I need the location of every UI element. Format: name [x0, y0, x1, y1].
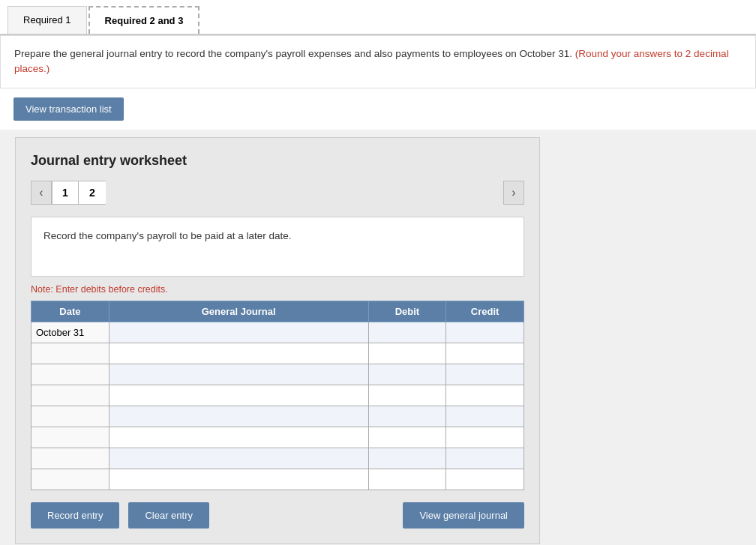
journal-table: Date General Journal Debit Credit Octobe…	[31, 301, 524, 490]
credit-input-4[interactable]	[446, 385, 524, 406]
top-action-area: View transaction list	[0, 88, 756, 130]
debit-input-6[interactable]	[369, 427, 446, 448]
credit-cell-1[interactable]	[446, 322, 524, 343]
debit-input-5[interactable]	[369, 406, 446, 427]
date-cell-2	[32, 343, 110, 364]
worksheet-title: Journal entry worksheet	[31, 153, 524, 169]
description-box: Record the company's payroll to be paid …	[31, 217, 524, 277]
credit-input-2[interactable]	[446, 343, 524, 364]
debit-cell-6[interactable]	[368, 427, 446, 448]
table-row	[32, 448, 524, 469]
record-entry-button[interactable]: Record entry	[31, 502, 119, 529]
col-header-journal: General Journal	[109, 301, 368, 322]
prev-page-arrow[interactable]: ‹	[31, 181, 52, 205]
journal-cell-2[interactable]	[109, 343, 368, 364]
description-text: Record the company's payroll to be paid …	[44, 230, 292, 241]
credit-cell-8[interactable]	[446, 469, 524, 490]
debit-input-8[interactable]	[369, 469, 446, 490]
credit-cell-5[interactable]	[446, 406, 524, 427]
col-header-date: Date	[32, 301, 110, 322]
credit-cell-4[interactable]	[446, 385, 524, 406]
debit-cell-2[interactable]	[368, 343, 446, 364]
journal-cell-7[interactable]	[109, 448, 368, 469]
view-transaction-button[interactable]: View transaction list	[14, 97, 124, 121]
table-row	[32, 385, 524, 406]
debit-cell-1[interactable]	[368, 322, 446, 343]
page-2[interactable]: 2	[79, 181, 106, 205]
journal-cell-1[interactable]	[109, 322, 368, 343]
journal-input-5[interactable]	[110, 406, 368, 427]
debit-cell-4[interactable]	[368, 385, 446, 406]
debit-input-7[interactable]	[369, 448, 446, 469]
table-row: October 31	[32, 322, 524, 343]
credit-cell-7[interactable]	[446, 448, 524, 469]
page-1[interactable]: 1	[52, 181, 79, 205]
col-header-credit: Credit	[446, 301, 524, 322]
journal-input-6[interactable]	[110, 427, 368, 448]
journal-input-8[interactable]	[110, 469, 368, 490]
journal-input-3[interactable]	[110, 364, 368, 385]
table-row	[32, 343, 524, 364]
tab-required-2-3[interactable]: Required 2 and 3	[88, 6, 200, 34]
debit-cell-5[interactable]	[368, 406, 446, 427]
credit-input-5[interactable]	[446, 406, 524, 427]
date-cell-1: October 31	[32, 322, 110, 343]
table-row	[32, 364, 524, 385]
note-text: Note: Enter debits before credits.	[31, 284, 524, 295]
col-header-debit: Debit	[368, 301, 446, 322]
credit-input-3[interactable]	[446, 364, 524, 385]
journal-input-4[interactable]	[110, 385, 368, 406]
credit-input-1[interactable]	[446, 322, 524, 343]
view-general-journal-button[interactable]: View general journal	[403, 502, 524, 529]
tabs-container: Required 1 Required 2 and 3	[0, 0, 756, 35]
journal-cell-6[interactable]	[109, 427, 368, 448]
debit-cell-3[interactable]	[368, 364, 446, 385]
debit-input-2[interactable]	[369, 343, 446, 364]
instruction-bar: Prepare the general journal entry to rec…	[0, 35, 756, 88]
date-cell-5	[32, 406, 110, 427]
credit-cell-6[interactable]	[446, 427, 524, 448]
table-row	[32, 427, 524, 448]
table-row	[32, 406, 524, 427]
date-cell-6	[32, 427, 110, 448]
tab-required-1[interactable]: Required 1	[8, 6, 87, 34]
next-page-arrow[interactable]: ›	[503, 181, 524, 205]
debit-cell-7[interactable]	[368, 448, 446, 469]
debit-input-1[interactable]	[369, 322, 446, 343]
journal-cell-4[interactable]	[109, 385, 368, 406]
debit-input-4[interactable]	[369, 385, 446, 406]
worksheet-container: Journal entry worksheet ‹ 1 2 › Record t…	[15, 137, 540, 544]
date-cell-4	[32, 385, 110, 406]
journal-cell-5[interactable]	[109, 406, 368, 427]
debit-cell-8[interactable]	[368, 469, 446, 490]
credit-input-6[interactable]	[446, 427, 524, 448]
credit-input-7[interactable]	[446, 448, 524, 469]
debit-input-3[interactable]	[369, 364, 446, 385]
clear-entry-button[interactable]: Clear entry	[128, 502, 209, 529]
credit-cell-3[interactable]	[446, 364, 524, 385]
journal-input-1[interactable]	[110, 322, 368, 343]
date-cell-7	[32, 448, 110, 469]
table-row	[32, 469, 524, 490]
journal-cell-3[interactable]	[109, 364, 368, 385]
page-nav: ‹ 1 2 ›	[31, 181, 524, 205]
worksheet-buttons: Record entry Clear entry View general jo…	[31, 502, 524, 529]
instruction-text: Prepare the general journal entry to rec…	[14, 48, 572, 59]
date-cell-3	[32, 364, 110, 385]
credit-input-8[interactable]	[446, 469, 524, 490]
journal-input-2[interactable]	[110, 343, 368, 364]
journal-input-7[interactable]	[110, 448, 368, 469]
journal-cell-8[interactable]	[109, 469, 368, 490]
credit-cell-2[interactable]	[446, 343, 524, 364]
date-cell-8	[32, 469, 110, 490]
